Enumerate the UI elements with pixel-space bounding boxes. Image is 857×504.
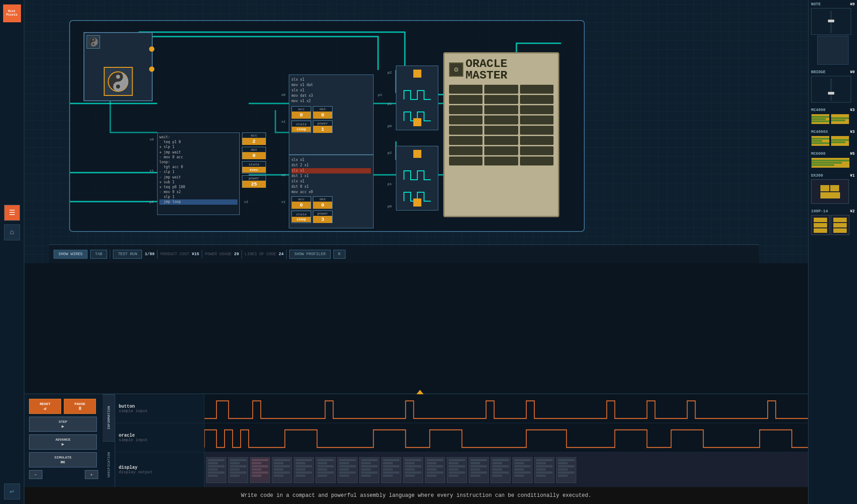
center-top-chip: x0 x1 p1 slx x1 mov x1 dat slx x1 mov da…	[289, 74, 374, 155]
node-p0-rb: p0	[387, 204, 392, 208]
ct-power-btn[interactable]: power 1	[313, 120, 333, 133]
svg-point-2	[92, 43, 94, 45]
product-cost-value: ¥15	[192, 252, 199, 256]
reset-button[interactable]: RESET ↺	[29, 399, 61, 414]
svg-point-5	[116, 84, 120, 88]
pause-label: PAUSE	[75, 402, 85, 406]
left-acc-btn[interactable]: acc 2	[242, 132, 266, 145]
code-text: wait: teq p1 0 + slp 1 + jmp wait - mov …	[159, 135, 237, 205]
note-slider-area[interactable]	[811, 8, 851, 35]
status-bar: Write code in a compact and powerful ass…	[25, 487, 808, 504]
dx300-chip[interactable]	[811, 179, 849, 204]
sidebar-icon-home[interactable]: ⌂	[4, 224, 20, 240]
display-block-1	[206, 457, 226, 483]
signal-wave-1	[402, 86, 433, 102]
cb-power-btn[interactable]: power 3	[313, 211, 333, 223]
information-tab[interactable]: INFORMATION	[103, 394, 115, 441]
node-p1-rs: p1	[387, 102, 392, 106]
bridge-slider-track	[830, 78, 832, 101]
mc4000x-chip-1[interactable]	[811, 136, 829, 146]
left-dat-btn[interactable]: dat 0	[242, 147, 266, 159]
100p14-price: ¥2	[850, 209, 855, 214]
signal2-connector-bot	[413, 198, 421, 207]
display-block-10	[403, 457, 423, 483]
cb-dat-btn[interactable]: dat 0	[313, 196, 333, 209]
right-item-bridge: BRIDGE ¥0	[811, 70, 855, 103]
left-power-btn[interactable]: power 25	[242, 175, 266, 188]
puzzle-frame: x0 x1 p0 p1 x3 x2 wait: teq p1 0 + slp 1…	[69, 20, 585, 232]
oracle-waveform-canvas	[204, 423, 808, 452]
signal2-connector-top	[413, 150, 421, 158]
minus-button[interactable]: −	[29, 470, 42, 479]
cb-acc-btn[interactable]: acc 0	[291, 196, 311, 209]
signal-connector-top	[413, 70, 421, 78]
sidebar-icon-menu[interactable]: ☰	[4, 205, 20, 221]
waveform-panel: button simple input oracle simple input	[115, 394, 808, 488]
node-p0-left: p0	[150, 200, 154, 204]
center-bottom-chip: x0 x1 slx x1 dst 2 x1 slx x1dst 1 x1 slx…	[289, 155, 374, 228]
power-usage-label: POWER USAGE	[205, 252, 231, 256]
right-item-bridge-header: BRIDGE ¥0	[811, 70, 855, 74]
right-bottom-signal: p2 p1 p0 x3 x2	[396, 146, 438, 211]
mc6000-chip-1[interactable]	[811, 158, 849, 168]
button-wf-svg	[204, 394, 808, 423]
center-top-code: slx x1 mov x1 dat slx x1 mov dat x3 mov …	[291, 77, 371, 104]
mc6000-price: ¥5	[850, 152, 855, 156]
step-button[interactable]: STEP ▶	[29, 417, 97, 432]
lines-of-code-label: LINES OF CODE	[245, 252, 276, 256]
display-block-16	[534, 457, 554, 483]
pause-icon: ⏸	[78, 406, 82, 411]
mc4000-chip-1[interactable]	[811, 114, 829, 124]
display-label-area: display display output	[115, 452, 204, 487]
product-cost-label: PRODUCT COST	[160, 252, 189, 256]
ct-acc-btn[interactable]: acc 0	[291, 106, 311, 119]
status-text: Write code in a compact and powerful ass…	[241, 492, 591, 499]
node-p2-rs: p2	[387, 70, 392, 74]
ct-state-btn[interactable]: state sleep	[291, 120, 311, 133]
display-block-12	[447, 457, 467, 483]
mc4000-chip-2[interactable]	[831, 114, 849, 124]
note-slider-thumb[interactable]	[828, 20, 834, 22]
right-item-mc4000: MC4000 ¥3	[811, 108, 855, 124]
simulate-button[interactable]: SIMULATE ⏭	[29, 452, 97, 467]
bridge-slider-area[interactable]	[811, 76, 851, 103]
yinyang-module	[83, 32, 153, 101]
control-buttons-panel: RESET ↺ PAUSE ⏸ STEP ▶ ADVANCE ▶ SIMULAT…	[25, 394, 103, 488]
left-state-btn[interactable]: state exec	[242, 161, 266, 174]
ct-dat-btn[interactable]: dat 0	[313, 106, 333, 119]
signal2-wave-1	[402, 166, 433, 182]
show-profiler-button[interactable]: SHOW PROFILER	[289, 250, 330, 259]
svg-point-4	[116, 74, 120, 78]
dx300-chips	[811, 179, 855, 204]
toolbar-divider-4	[241, 250, 242, 259]
test-run-button[interactable]: TEST RUN	[113, 250, 142, 259]
code-module[interactable]: x0 x1 p0 p1 x3 x2 wait: teq p1 0 + slp 1…	[157, 132, 240, 215]
node-x0-left: x0	[150, 137, 154, 141]
display-block-2	[228, 457, 248, 483]
node-p1-ct: p1	[378, 93, 382, 97]
oracle-wf-name: oracle	[119, 433, 200, 438]
verification-tab[interactable]: VERIFICATION	[103, 441, 115, 488]
plus-button[interactable]: +	[85, 470, 98, 479]
display-waveform-row: display display output	[115, 452, 808, 488]
100p14-chips	[811, 215, 855, 235]
mc4000x-chips	[811, 136, 855, 146]
pause-button[interactable]: PAUSE ⏸	[64, 399, 96, 414]
mc4000x-chip-2[interactable]	[831, 136, 849, 146]
node-x1-cb: x1	[281, 200, 286, 204]
100p14-chip-2[interactable]	[831, 215, 849, 235]
sidebar-icon-back[interactable]: ↩	[4, 483, 20, 500]
display-block-9	[381, 457, 401, 483]
show-wires-button[interactable]: SHOW WIRES	[54, 250, 87, 259]
node-p0-rs: p0	[387, 124, 392, 128]
test-run-value: 1/80	[145, 252, 154, 256]
right-item-100p14: 100P-14 ¥2	[811, 209, 855, 235]
side-tabs: INFORMATION VERIFICATION	[103, 394, 115, 488]
advance-button[interactable]: ADVANCE ▶	[29, 434, 97, 450]
cb-state-btn[interactable]: state sleep	[291, 211, 311, 223]
note-label: NOTE	[811, 2, 821, 7]
button-waveform-canvas	[204, 394, 808, 423]
100p14-chip-1[interactable]	[811, 215, 830, 235]
show-profiler-key: R	[333, 250, 345, 259]
bridge-slider-thumb[interactable]	[828, 92, 834, 95]
